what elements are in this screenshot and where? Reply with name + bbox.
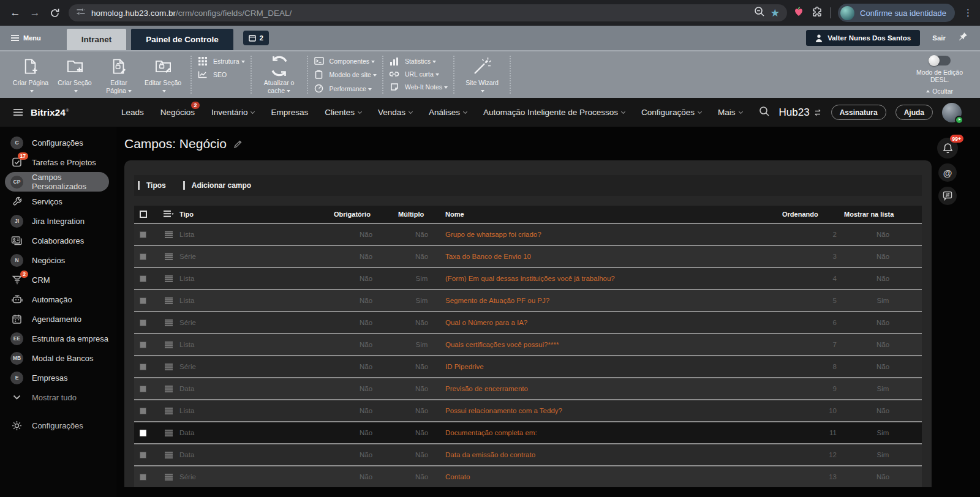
sidebar-item-empresas[interactable]: EEmpresas — [5, 368, 109, 387]
sidebar-item-jira-integration[interactable]: JIJira Integration — [5, 211, 109, 231]
statistics-button[interactable]: Statistics — [389, 57, 448, 65]
zoom-out-icon[interactable] — [754, 6, 765, 20]
seo-button[interactable]: SEO — [197, 70, 245, 78]
row-checkbox[interactable] — [140, 320, 146, 326]
field-row-possui-relacionamento-com-a-teddy[interactable]: ListaNãoNãoPossui relacionamento com a T… — [134, 399, 922, 421]
row-checkbox[interactable] — [140, 275, 146, 282]
field-row-documentacao-completa-em[interactable]: DataNãoNãoDocumentação completa em:11Sim — [134, 421, 922, 443]
sidebar-item-crm[interactable]: 2CRM — [5, 270, 109, 290]
nav-item-analises[interactable]: Análises — [429, 108, 467, 117]
portal-name[interactable]: Hub23 — [779, 106, 822, 119]
user-avatar[interactable] — [942, 103, 962, 122]
nav-item-leads[interactable]: Leads — [121, 108, 144, 117]
field-name-link[interactable]: Grupo de whatsapp foi criado? — [445, 231, 782, 238]
web-it-notes-button[interactable]: Web-It Notes — [389, 83, 448, 91]
performance-button[interactable]: Performance — [314, 84, 377, 93]
row-checkbox[interactable] — [140, 452, 146, 458]
field-name-link[interactable]: Taxa do Banco de Envio 10 — [445, 253, 782, 260]
site-info-icon[interactable] — [76, 7, 86, 19]
row-drag-menu-icon[interactable] — [158, 342, 179, 348]
nav-item-inventario[interactable]: Inventário — [211, 108, 254, 117]
row-checkbox[interactable] — [140, 474, 146, 480]
editar-secao-button[interactable]: Editar Seção — [141, 51, 185, 98]
nav-item-mais[interactable]: Mais — [718, 108, 742, 117]
browser-reload-button[interactable] — [45, 4, 64, 22]
nav-item-automacao-inteligente-de-processos[interactable]: Automação Inteligente de Processos — [483, 108, 625, 117]
sidebar-item-servicos[interactable]: Serviços — [5, 192, 109, 211]
notifications-counter[interactable]: 2 — [243, 31, 269, 45]
sidebar-item-automacao[interactable]: Automação — [5, 290, 109, 309]
row-drag-menu-icon[interactable] — [158, 386, 179, 392]
nav-item-vendas[interactable]: Vendas — [378, 108, 412, 117]
nav-item-clientes[interactable]: Clientes — [325, 108, 361, 117]
row-checkbox[interactable] — [140, 231, 146, 238]
field-name-link[interactable]: Previsão de encerramento — [445, 385, 782, 392]
edit-pencil-icon[interactable] — [233, 140, 243, 149]
bookmark-star-icon[interactable]: ★ — [771, 7, 780, 20]
field-row-taxa-do-banco-de-envio-10[interactable]: SérieNãoNãoTaxa do Banco de Envio 103Não — [134, 245, 922, 267]
row-drag-menu-icon[interactable] — [158, 364, 179, 370]
row-drag-menu-icon[interactable] — [158, 297, 179, 304]
browser-back-button[interactable]: ← — [6, 4, 24, 22]
url-curta-button[interactable]: URL curta — [389, 70, 448, 78]
field-name-link[interactable]: ID Pipedrive — [445, 363, 782, 370]
row-drag-menu-icon[interactable] — [158, 320, 179, 326]
header-ordenando[interactable]: Ordenando — [782, 211, 844, 218]
row-drag-menu-icon[interactable] — [158, 430, 179, 436]
row-checkbox[interactable] — [140, 430, 146, 436]
sidebar-item-agendamento[interactable]: Agendamento — [5, 309, 109, 329]
row-checkbox[interactable] — [140, 253, 146, 260]
field-row-grupo-de-whatsapp-foi-criado[interactable]: ListaNãoNãoGrupo de whatsapp foi criado?… — [134, 223, 922, 245]
componentes-button[interactable]: Componentes — [314, 57, 377, 65]
columns-settings-icon[interactable] — [158, 211, 179, 218]
row-drag-menu-icon[interactable] — [158, 474, 179, 480]
atualizar-o-cache-button[interactable]: Atualizar o cache — [257, 51, 301, 98]
row-drag-menu-icon[interactable] — [158, 253, 179, 260]
field-row-qual-o-numero-para-a-ia[interactable]: SérieNãoNãoQual o Número para a IA?6Não — [134, 311, 922, 333]
field-name-link[interactable]: (Form) Em qual dessas instituições você … — [445, 275, 782, 282]
sidebar-item-configuracoes[interactable]: CConfigurações — [5, 133, 109, 152]
history-chat-button[interactable] — [938, 187, 957, 205]
row-checkbox[interactable] — [140, 342, 146, 348]
tab-painel-de-controle[interactable]: Painel de Controle — [131, 29, 233, 50]
field-name-link[interactable]: Data da emissão do contrato — [445, 451, 782, 458]
field-row-segmento-de-atuacao-pf-ou-pj[interactable]: ListaNãoSimSegmento de Atuação PF ou PJ?… — [134, 289, 922, 311]
field-name-link[interactable]: Contato — [445, 473, 782, 480]
edit-mode-toggle[interactable] — [929, 56, 951, 65]
field-row-previsao-de-encerramento[interactable]: DataNãoNãoPrevisão de encerramento9Sim — [134, 377, 922, 399]
assinatura-button[interactable]: Assinatura — [831, 105, 886, 120]
hide-ribbon-link[interactable]: Ocultar — [926, 88, 953, 95]
sidebar-item-tarefas-e-projetos[interactable]: 17Tarefas e Projetos — [5, 152, 109, 172]
field-name-link[interactable]: Quais certificações você possui?**** — [445, 341, 782, 348]
sidebar-item-negocios[interactable]: NNegócios — [5, 250, 109, 270]
row-drag-menu-icon[interactable] — [158, 231, 179, 238]
row-drag-menu-icon[interactable] — [158, 275, 179, 282]
field-row-form-em-qual-dessas-instituicoes-voce-ja[interactable]: ListaNãoSim(Form) Em qual dessas institu… — [134, 267, 922, 289]
header-multiplo[interactable]: Múltiplo — [398, 211, 445, 218]
extensions-puzzle-icon[interactable] — [812, 6, 823, 20]
sidebar-footer-configuracoes[interactable]: Configurações — [5, 416, 109, 435]
row-checkbox[interactable] — [140, 408, 146, 414]
sidebar-item-colaboradores[interactable]: Colaboradores — [5, 231, 109, 250]
field-name-link[interactable]: Documentação completa em: — [445, 429, 782, 436]
modelo-de-site-button[interactable]: Modelo de site — [314, 70, 377, 79]
sidebar-item-estrutura-da-empresa[interactable]: EEEstrutura da empresa — [5, 329, 109, 348]
site-menu-button[interactable]: Menu — [0, 26, 51, 50]
field-row-data-da-emissao-do-contrato[interactable]: DataNãoNãoData da emissão do contrato12S… — [134, 443, 922, 465]
sidebar-item-modal-de-bancos[interactable]: MBModal de Bancos — [5, 348, 109, 368]
adicionar-campo-button[interactable]: Adicionar campo — [183, 181, 251, 190]
field-row-id-pipedrive[interactable]: SérieNãoNãoID Pipedrive8Não — [134, 355, 922, 377]
extension-berry-icon[interactable] — [793, 6, 804, 20]
row-drag-menu-icon[interactable] — [158, 408, 179, 414]
select-all-checkbox[interactable] — [140, 211, 147, 218]
row-drag-menu-icon[interactable] — [158, 452, 179, 458]
header-nome[interactable]: Nome — [445, 211, 782, 218]
row-checkbox[interactable] — [140, 297, 146, 304]
ajuda-button[interactable]: Ajuda — [895, 105, 933, 120]
criar-secao-button[interactable]: Criar Seção — [53, 51, 97, 98]
field-name-link[interactable]: Segmento de Atuação PF ou PJ? — [445, 297, 782, 304]
nav-item-configuracoes[interactable]: Configurações — [641, 108, 701, 117]
row-checkbox[interactable] — [140, 364, 146, 370]
tipos-button[interactable]: Tipos — [138, 181, 166, 190]
nav-item-negocios[interactable]: Negócios2 — [160, 108, 195, 117]
